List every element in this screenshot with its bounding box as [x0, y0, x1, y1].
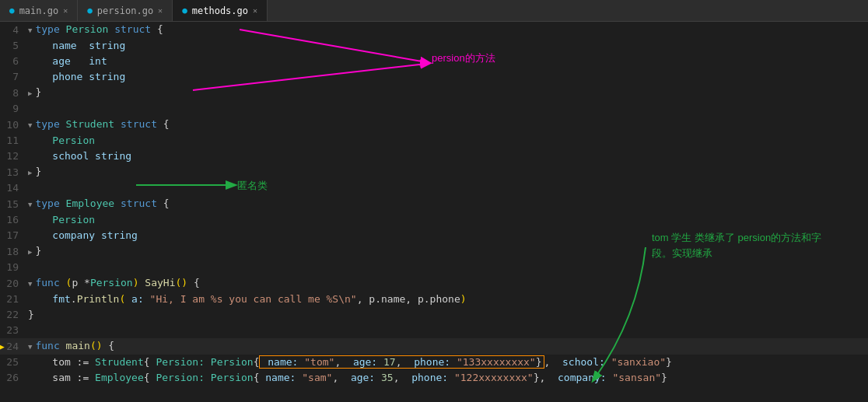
line-21: 21 fmt.Println( a: "Hi, I am %s you can …: [0, 292, 868, 307]
line-20: 20 ▼func (p *Persion) SayHi() {: [0, 275, 868, 292]
line-12: 12 school string: [0, 149, 868, 164]
code-11: Persion: [28, 133, 868, 149]
line-11: 11 Persion: [0, 133, 868, 149]
go-icon: ●: [9, 5, 15, 16]
ln-7: 7: [0, 69, 28, 85]
ln-18: 18: [0, 244, 28, 260]
ln-5: 5: [0, 38, 28, 54]
ln-13: 13: [0, 165, 28, 180]
code-7: phone string: [28, 69, 868, 85]
line-17: 17 company string: [0, 228, 868, 243]
line-10: 10 ▼type Strudent struct {: [0, 117, 868, 133]
ln-23: 23: [0, 323, 28, 338]
ln-15: 15: [0, 197, 28, 212]
tab-label: main.go: [19, 5, 59, 16]
line-15: 15 ▼type Employee struct {: [0, 196, 868, 212]
line-9: 9: [0, 101, 868, 117]
line-14: 14: [0, 180, 868, 196]
line-4: 4 ▼type Persion struct {: [0, 22, 868, 38]
code-22: }: [28, 307, 868, 323]
code-20: ▼func (p *Persion) SayHi() {: [28, 275, 868, 292]
code-13: ▶}: [28, 164, 868, 180]
line-26: 26 sam := Employee{ Persion: Persion{ na…: [0, 370, 868, 386]
ln-12: 12: [0, 149, 28, 164]
code-12: school string: [28, 149, 868, 164]
ln-20: 20: [0, 276, 28, 292]
tab-persion-go[interactable]: ● persion.go ✕: [78, 0, 173, 21]
line-8: 8 ▶}: [0, 85, 868, 101]
line-7: 7 phone string: [0, 69, 868, 85]
code-25: tom := Strudent{ Persion: Persion{ name:…: [28, 355, 868, 370]
code-6: age int: [28, 54, 868, 69]
tab-close[interactable]: ✕: [63, 6, 68, 15]
line-22: 22 }: [0, 307, 868, 323]
ln-21: 21: [0, 292, 28, 307]
editor-window: ● main.go ✕ ● persion.go ✕ ● methods.go …: [0, 0, 868, 402]
code-24: ▼func main() {: [28, 338, 868, 355]
code-editor: 4 ▼type Persion struct { 5 name string 6…: [0, 22, 868, 402]
code-10: ▼type Strudent struct {: [28, 117, 868, 133]
line-6: 6 age int: [0, 54, 868, 69]
ln-9: 9: [0, 101, 28, 117]
ln-10: 10: [0, 117, 28, 133]
ln-6: 6: [0, 54, 28, 69]
line-5: 5 name string: [0, 38, 868, 54]
ln-11: 11: [0, 133, 28, 149]
tab-label-3: methods.go: [192, 5, 248, 16]
code-26: sam := Employee{ Persion: Persion{ name:…: [28, 370, 868, 386]
tab-main-go[interactable]: ● main.go ✕: [0, 0, 78, 21]
line-23: 23: [0, 323, 868, 338]
ln-26: 26: [0, 370, 28, 386]
ln-25: 25: [0, 355, 28, 370]
code-21: fmt.Println( a: "Hi, I am %s you can cal…: [28, 292, 868, 307]
ln-17: 17: [0, 228, 28, 243]
go-icon-2: ●: [87, 5, 93, 16]
tab-close-2[interactable]: ✕: [158, 6, 163, 15]
code-16: Persion: [28, 212, 868, 228]
ln-14: 14: [0, 180, 28, 196]
line-18: 18 ▶}: [0, 243, 868, 260]
ln-24: ▶ 24: [0, 339, 28, 355]
tab-close-3[interactable]: ✕: [253, 6, 257, 15]
code-5: name string: [28, 38, 868, 54]
line-25: 25 tom := Strudent{ Persion: Persion{ na…: [0, 355, 868, 370]
code-8: ▶}: [28, 85, 868, 101]
line-13: 13 ▶}: [0, 164, 868, 180]
tab-label-2: persion.go: [97, 5, 153, 16]
code-4: ▼type Persion struct {: [28, 22, 868, 38]
code-area[interactable]: 4 ▼type Persion struct { 5 name string 6…: [0, 22, 868, 402]
ln-22: 22: [0, 307, 28, 323]
ln-19: 19: [0, 260, 28, 275]
code-17: company string: [28, 228, 868, 243]
go-icon-3: ●: [182, 5, 187, 16]
ln-16: 16: [0, 212, 28, 228]
ln-8: 8: [0, 86, 28, 101]
tab-bar: ● main.go ✕ ● persion.go ✕ ● methods.go …: [0, 0, 868, 22]
ln-4: 4: [0, 23, 28, 38]
line-24: ▶ 24 ▼func main() {: [0, 338, 868, 355]
line-19: 19: [0, 260, 868, 275]
line-16: 16 Persion: [0, 212, 868, 228]
code-18: ▶}: [28, 243, 868, 260]
tab-methods-go[interactable]: ● methods.go ✕: [173, 0, 268, 21]
code-15: ▼type Employee struct {: [28, 196, 868, 212]
